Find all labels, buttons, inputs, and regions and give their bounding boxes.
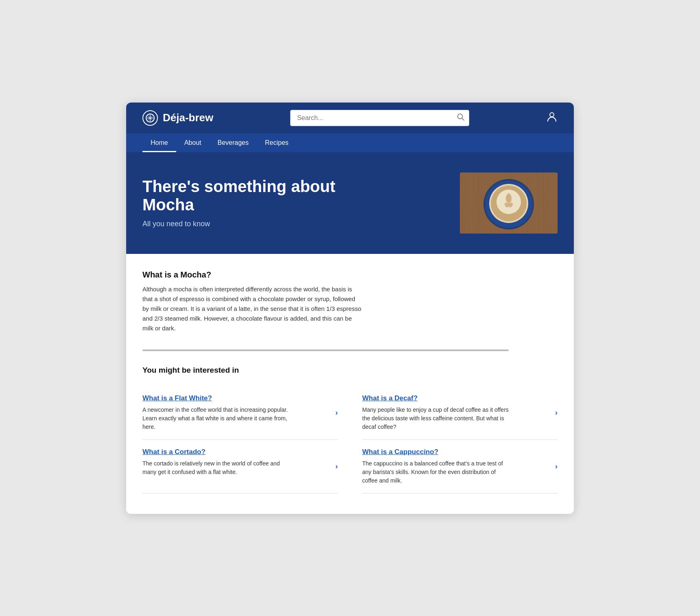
search-area [290,110,469,126]
related-item-desc-cortado: The cortado is relatively new in the wor… [142,459,289,476]
svg-point-7 [550,113,554,117]
related-item-title-flat-white: What is a Flat White? [142,394,338,402]
search-button[interactable] [457,113,464,122]
related-item-title-cortado: What is a Cortado? [142,448,338,456]
chevron-right-icon-cortado: › [335,462,338,471]
main-content: What is a Mocha? Although a mocha is oft… [126,254,574,514]
nav-item-home[interactable]: Home [142,133,176,152]
nav-item-beverages[interactable]: Beverages [210,133,257,152]
related-item-desc-cappuccino: The cappuccino is a balanced coffee that… [362,459,509,485]
mocha-section-title: What is a Mocha? [142,270,558,280]
hero-image [460,173,558,234]
hero-section: There's something about Mocha All you ne… [126,152,574,254]
related-item-decaf[interactable]: What is a Decaf? Many people like to enj… [362,386,558,440]
user-icon[interactable] [546,111,558,125]
search-input[interactable] [290,110,469,126]
hero-text: There's something about Mocha All you ne… [142,177,387,228]
brand-name: Déja-brew [163,111,213,124]
related-grid: What is a Flat White? A newcomer in the … [142,386,558,494]
related-item-title-decaf: What is a Decaf? [362,394,558,402]
svg-point-19 [505,194,512,203]
mocha-section-body: Although a mocha is often interpreted di… [142,284,362,333]
hero-subtitle: All you need to know [142,220,387,228]
related-heading: You might be interested in [142,366,558,375]
chevron-right-icon-flat-white: › [335,408,338,417]
related-item-title-cappuccino: What is a Cappuccino? [362,448,558,456]
section-divider [142,350,509,351]
related-item-cortado[interactable]: What is a Cortado? The cortado is relati… [142,440,338,494]
nav-item-about[interactable]: About [176,133,210,152]
site-nav: Home About Beverages Recipes [126,133,574,152]
svg-line-6 [462,118,464,120]
related-item-flat-white[interactable]: What is a Flat White? A newcomer in the … [142,386,338,440]
compass-icon [142,110,158,126]
logo-area: Déja-brew [142,110,213,126]
browser-frame: Déja-brew Home About Beverages Recipes [126,103,574,514]
nav-item-recipes[interactable]: Recipes [257,133,297,152]
chevron-right-icon-decaf: › [555,408,558,417]
hero-title: There's something about Mocha [142,177,387,214]
related-item-desc-decaf: Many people like to enjoy a cup of decaf… [362,406,509,431]
chevron-right-icon-cappuccino: › [555,462,558,471]
site-header: Déja-brew [126,103,574,133]
related-item-cappuccino[interactable]: What is a Cappuccino? The cappuccino is … [362,440,558,494]
related-item-desc-flat-white: A newcomer in the coffee world that is i… [142,406,289,431]
